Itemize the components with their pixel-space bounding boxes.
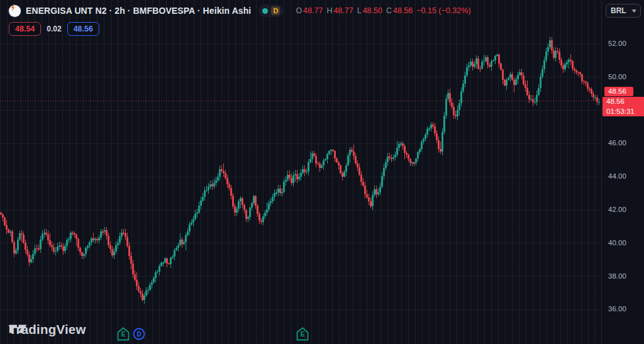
tradingview-chart-widget: ENERGISA UNT N2 · 2h · BMFBOVESPA · Heik… xyxy=(0,0,644,344)
symbol-title[interactable]: ENERGISA UNT N2 · 2h · BMFBOVESPA · Heik… xyxy=(26,6,251,16)
price-chart-pane[interactable]: ENERGISA UNT N2 · 2h · BMFBOVESPA · Heik… xyxy=(0,0,601,344)
countdown-price: 48.56 xyxy=(606,97,644,107)
close-value: 48.56 xyxy=(393,6,413,15)
price-scale[interactable]: BRL ▾ 52.0050.0046.0044.0042.0040.0038.0… xyxy=(601,0,644,344)
ohlc-values: O 48.77 H 48.77 L 48.50 C 48.56 −0.15 (−… xyxy=(296,6,470,15)
chevron-down-icon: ▾ xyxy=(633,8,636,14)
high-value: 48.77 xyxy=(333,6,353,15)
price-tick-label: 46.00 xyxy=(608,139,642,147)
change-value: −0.15 (−0.32%) xyxy=(416,6,470,15)
countdown-timer: 01:53:31 xyxy=(606,107,644,117)
price-tick-label: 44.00 xyxy=(608,172,642,180)
ask-price-badge[interactable]: 48.56 xyxy=(67,22,99,36)
bid-price-badge[interactable]: 48.54 xyxy=(9,22,41,36)
tradingview-logo-icon xyxy=(9,322,28,335)
price-tick-label: 50.00 xyxy=(608,73,642,80)
symbol-logo-icon[interactable] xyxy=(9,5,21,17)
svg-text:D: D xyxy=(136,331,141,338)
currency-selector[interactable]: BRL ▾ xyxy=(606,4,641,18)
tradingview-logo[interactable]: TradingView xyxy=(9,322,86,337)
close-label: C xyxy=(386,6,392,15)
price-tick-label: 42.00 xyxy=(608,206,642,213)
price-tick-label: 36.00 xyxy=(608,305,642,313)
high-label: H xyxy=(326,6,332,15)
svg-text:E: E xyxy=(301,331,305,338)
open-label: O xyxy=(296,6,302,15)
svg-text:E: E xyxy=(121,331,126,338)
open-value: 48.77 xyxy=(303,6,323,15)
candlestick-chart xyxy=(0,0,601,344)
chart-legend: ENERGISA UNT N2 · 2h · BMFBOVESPA · Heik… xyxy=(9,4,470,36)
low-label: L xyxy=(357,6,362,15)
last-price-label: 48.56 xyxy=(604,87,633,96)
currency-label: BRL xyxy=(611,6,626,15)
market-status-dot-icon xyxy=(262,8,268,14)
spread-value: 0.02 xyxy=(47,25,61,33)
price-tick-label: 52.00 xyxy=(608,40,642,47)
interval-status-pill[interactable]: D xyxy=(258,4,283,17)
price-tick-label: 40.00 xyxy=(608,239,642,247)
low-value: 48.50 xyxy=(363,6,382,15)
price-tick-label: 38.00 xyxy=(608,272,642,280)
countdown-price-label: 48.56 01:53:31 xyxy=(602,97,644,116)
interval-d-badge: D xyxy=(271,6,280,15)
